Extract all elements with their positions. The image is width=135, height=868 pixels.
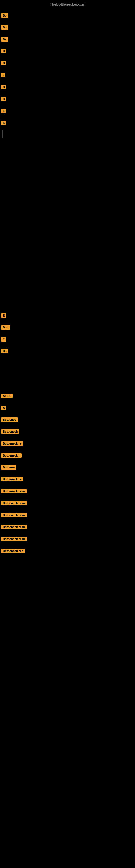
low-row-12: Bottleneck resu	[1, 524, 134, 531]
badge-l8[interactable]: Bottleneck re	[1, 477, 23, 482]
row-10: S	[1, 119, 134, 126]
badge-l12[interactable]: Bottleneck resu	[1, 525, 27, 529]
badge-l9[interactable]: Bottleneck resu	[1, 489, 27, 493]
badge-b3[interactable]: Ba	[1, 37, 8, 41]
badge-l11[interactable]: Bottleneck resu	[1, 513, 27, 517]
badge-l2[interactable]: B	[1, 405, 6, 410]
row-3: Ba	[1, 36, 134, 43]
low-row-4: Bottleneck	[1, 428, 134, 435]
badge-b7[interactable]: B	[1, 85, 6, 89]
badge-l13[interactable]: Bottleneck resu	[1, 537, 27, 541]
badge-l7[interactable]: Bottlene	[1, 465, 16, 469]
row-4: B	[1, 48, 134, 55]
badge-b8[interactable]: B	[1, 97, 6, 101]
badge-l1[interactable]: Bottle	[1, 394, 13, 398]
badge-b5[interactable]: B	[1, 61, 6, 65]
mid-row-4: Bo	[1, 348, 134, 355]
badge-l5[interactable]: Bottleneck re	[1, 441, 23, 446]
badge-b2[interactable]: Bo	[1, 25, 8, 30]
middle-section: E Bott C Bo	[0, 308, 135, 356]
site-title: TheBottlenecker.com	[0, 0, 135, 9]
mid-row-3: C	[1, 336, 134, 343]
badge-l10[interactable]: Bottleneck resu	[1, 501, 27, 505]
badge-l6[interactable]: Bottleneck r	[1, 453, 21, 458]
low-row-5: Bottleneck re	[1, 440, 134, 447]
mid-row-2: Bott	[1, 324, 134, 331]
row-9: E	[1, 107, 134, 115]
row-7: B	[1, 84, 134, 91]
badge-b9[interactable]: E	[1, 109, 6, 113]
badge-l4[interactable]: Bottleneck	[1, 429, 19, 434]
vertical-line-icon	[2, 130, 3, 138]
low-row-6: Bottleneck r	[1, 452, 134, 459]
badge-b10[interactable]: S	[1, 121, 6, 125]
low-row-10: Bottleneck resu	[1, 500, 134, 507]
badge-b1[interactable]: Bo	[1, 13, 8, 18]
low-row-14: Bottleneck res	[1, 547, 134, 554]
badge-l14[interactable]: Bottleneck res	[1, 549, 25, 553]
badge-m2[interactable]: Bott	[1, 325, 10, 330]
badge-l3[interactable]: Bottlenec	[1, 417, 18, 422]
row-5: B	[1, 60, 134, 67]
badge-b4[interactable]: B	[1, 49, 6, 54]
low-row-11: Bottleneck resu	[1, 512, 134, 519]
low-row-9: Bottleneck resu	[1, 488, 134, 495]
row-2: Bo	[1, 24, 134, 31]
mid-row-1: E	[1, 312, 134, 319]
lower-section: Bottle B Bottlenec Bottleneck Bottleneck…	[0, 389, 135, 556]
row-8: B	[1, 95, 134, 102]
chart-area	[0, 143, 135, 305]
badge-m1[interactable]: E	[1, 313, 6, 318]
badge-m3[interactable]: C	[1, 337, 6, 341]
bottom-spacer	[0, 556, 135, 583]
top-section: Bo Bo Ba B B i B B E S	[0, 9, 135, 140]
row-6: i	[1, 72, 134, 79]
row-1: Bo	[1, 12, 134, 19]
low-row-1: Bottle	[1, 392, 134, 399]
vertical-divider	[1, 129, 134, 139]
badge-b6[interactable]: i	[1, 73, 5, 77]
low-row-13: Bottleneck resu	[1, 535, 134, 542]
low-row-8: Bottleneck re	[1, 476, 134, 483]
spacer-1	[0, 356, 135, 389]
badge-m4[interactable]: Bo	[1, 349, 8, 353]
low-row-2: B	[1, 404, 134, 411]
low-row-3: Bottlenec	[1, 416, 134, 423]
low-row-7: Bottlene	[1, 464, 134, 471]
